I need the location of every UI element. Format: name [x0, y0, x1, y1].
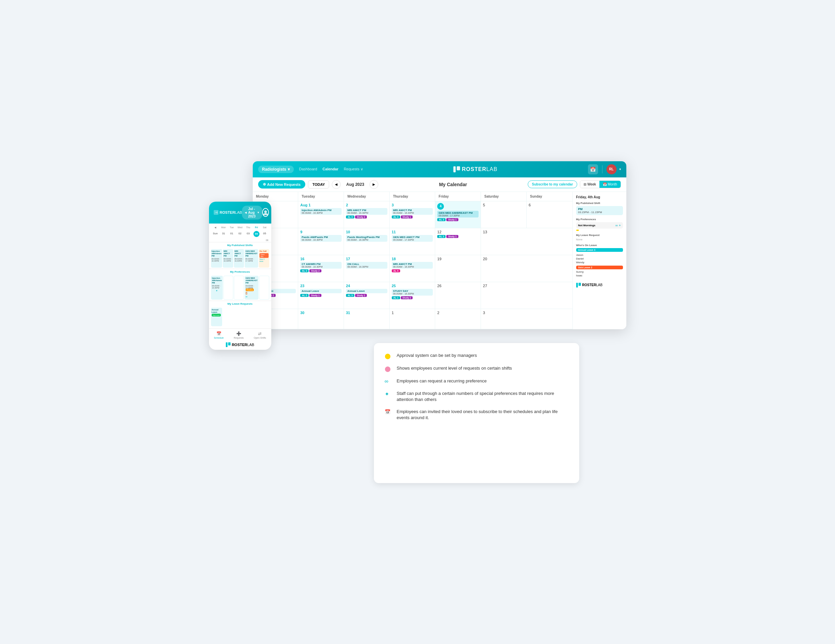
cell-aug3[interactable]: 3 MRI AM/CT PM 08.00AM - 16.30PM AL 3 St… [390, 201, 435, 228]
mobile-footer-requests[interactable]: ➕ Requests [234, 331, 244, 339]
cell-aug24[interactable]: 24 Annual Leave AL 3 Study 1 [344, 282, 390, 309]
shift-block: Annual Leave [346, 289, 387, 293]
mobile-leave-title: My Leave Requests [209, 301, 271, 307]
mobile-header: ⊣ ROSTERLAB ◀ Jul - Aug 2023 ▼ [209, 202, 271, 224]
mobile-pref-2 [224, 276, 233, 300]
mobile-pref-3 [234, 276, 244, 300]
mobile-week-dates: Sun 31 01 02 03 04 05 [209, 231, 271, 239]
mobile-month-nav[interactable]: ◀ Jul - Aug 2023 ▼ [242, 206, 262, 220]
cell-aug4-today[interactable]: 4 GEN MED AM/BREAST PM 09.00AM - 17.30PM… [435, 201, 481, 228]
tag-al3: AL 3 [300, 269, 309, 272]
prev-month-btn[interactable]: ◀ [332, 180, 341, 189]
view-more-link[interactable]: View 3 more [260, 258, 268, 262]
mobile-pref-1: Injection AM/Admin PM 08.00AM - 16.30PM … [211, 276, 223, 300]
shift-block: MRI AM/CT PM 08.00AM - 16.30PM [346, 208, 387, 215]
leave-none-value: None [576, 238, 623, 241]
calendar-title: My Calendar [381, 182, 525, 187]
infinity-icon[interactable]: ∞ [616, 224, 618, 227]
user-avatar-btn[interactable]: RL [606, 164, 617, 174]
open-slot-btn[interactable]: Open Slot [260, 253, 268, 258]
cell-sep3[interactable]: 3 [481, 309, 527, 329]
recurring-icon: ∞ [385, 378, 392, 384]
pending-badge: Pending [246, 288, 254, 291]
calendar-main: Monday Tuesday Wednesday Thursday Friday… [253, 192, 572, 329]
cell-aug16[interactable]: 16 CT AM/MRI PM 08.00AM - 16.30PM AL 3 S… [298, 255, 344, 282]
mobile-shift-2: MRI AM/CT PM 08.00AM - 16.30PM [223, 249, 233, 268]
whos-on-leave: Annual Leave 3 Jason Daniel Wendy Sick L… [576, 248, 623, 277]
cell-aug17[interactable]: 17 ON CALL 08.00AM - 16.30PM [344, 255, 390, 282]
mobile-prefs-grid: Injection AM/Admin PM 08.00AM - 16.30PM … [209, 275, 271, 301]
special-request-icon: ✦ [212, 289, 222, 292]
subscribe-button[interactable]: Subscribe to my calendar [528, 181, 578, 188]
shift-block: Injection AM/Admin PM 08.00AM - 16.30PM [300, 208, 341, 215]
mobile-leave-1: Annual Leave Approved [211, 308, 222, 326]
svg-point-3 [263, 213, 268, 215]
cell-aug12[interactable]: 12 AL 3 Study 1 [435, 228, 481, 255]
tag-study1: Study 1 [401, 215, 413, 218]
cal-week-2: 8 9 Paeds AM/Paeds PM 08.00AM - 16.30PM … [253, 228, 572, 255]
cell-aug19[interactable]: 19 [435, 255, 481, 282]
cell-aug25[interactable]: 25 STUDY DAY 08.00AM - 16.30PM AL 1 Stud… [390, 282, 435, 309]
mobile-footer: 📅 Schedule ➕ Requests ⇄ Open Shifts [209, 328, 271, 341]
week-view-btn[interactable]: ⊟ Week [580, 181, 599, 188]
mobile-avatar[interactable] [262, 208, 269, 217]
plus-icon[interactable]: + [619, 224, 621, 227]
svg-rect-7 [457, 166, 460, 170]
cell-aug30[interactable]: 30 [298, 309, 344, 329]
feature-4: ✦ Staff can put through a certain number… [385, 390, 569, 403]
mobile-footer-openshifts[interactable]: ⇄ Open Shifts [254, 331, 266, 339]
month-view-btn[interactable]: 📅 Month [599, 181, 621, 188]
nav-dashboard[interactable]: Dashboard [299, 167, 317, 171]
cell-aug11[interactable]: 11 GEN MED AM/CT PM 09.00AM - 17.30PM [390, 228, 435, 255]
cell-aug31[interactable]: 31 [344, 309, 390, 329]
shift-block: Paeds AM/Paeds PM 08.00AM - 16.30PM [300, 235, 341, 242]
week-icon: ⊟ [583, 182, 586, 186]
app-topbar-right: 📅 RL ▾ [588, 164, 621, 174]
annual-leave-badge: Annual Leave 3 [576, 248, 623, 252]
feature-2-text: Shows employees current level of request… [397, 365, 512, 371]
feature-4-text: Staff can put through a certain numbers … [397, 390, 569, 403]
cell-aug13[interactable]: 13 [481, 228, 527, 255]
cell-aug5[interactable]: 5 [481, 201, 527, 228]
cell-aug20[interactable]: 20 [481, 255, 527, 282]
mobile-shift-5: On Call Open Slot View 3 more [259, 249, 269, 268]
view-toggle: ⊟ Week 📅 Month [580, 181, 621, 188]
shift-block: STUDY DAY 08.00AM - 16.30PM [392, 289, 433, 296]
cal-week-3: 15 16 CT AM/MRI PM 08.00AM - 16.30PM AL … [253, 255, 572, 282]
cell-aug26[interactable]: 26 [435, 282, 481, 309]
calendar-icon-btn[interactable]: 📅 [588, 164, 598, 174]
nav-calendar[interactable]: Calendar [322, 167, 338, 171]
cell-aug23[interactable]: 23 Annual Leave AL 2 Study 1 [298, 282, 344, 309]
user-dropdown-arrow[interactable]: ▾ [619, 168, 621, 171]
mobile-published-shifts-title: My Published Shifts [209, 242, 271, 248]
yellow-indicator [576, 229, 579, 231]
app-topbar: Radiologists ▾ Dashboard Calendar Reques… [253, 161, 626, 177]
mobile-preferences-title: My Preferences [209, 268, 271, 275]
cal-header-row: Monday Tuesday Wednesday Thursday Friday… [253, 192, 572, 201]
department-selector[interactable]: Radiologists ▾ [258, 166, 294, 173]
mobile-footer-schedule[interactable]: 📅 Schedule [214, 331, 224, 339]
sidebar-bottom-logo: ROSTERLAB [576, 283, 623, 288]
mobile-leave-3 [235, 308, 246, 326]
mobile-extra-date: 06 [209, 239, 271, 242]
add-request-button[interactable]: ⊕ Add New Requests [258, 180, 305, 189]
nav-requests[interactable]: Requests ∨ [344, 167, 363, 171]
tag-study2: Study 2 [309, 269, 321, 272]
tag-al4: AL 4 [392, 269, 400, 272]
feature-1: ⬤ Approval system can be set by managers [385, 353, 569, 359]
cell-aug9[interactable]: 9 Paeds AM/Paeds PM 08.00AM - 16.30PM [298, 228, 344, 255]
next-month-btn[interactable]: ▶ [370, 180, 378, 189]
mobile-card: ⊣ ROSTERLAB ◀ Jul - Aug 2023 ▼ ◀ Mon Tue… [209, 202, 271, 350]
today-button[interactable]: TODAY [308, 181, 329, 189]
cell-sep2[interactable]: 2 [435, 309, 481, 329]
tag-al2: AL 2 [300, 294, 309, 297]
cell-sep1[interactable]: 1 [390, 309, 435, 329]
cell-aug2[interactable]: 2 MRI AM/CT PM 08.00AM - 16.30PM AL 3 St… [344, 201, 390, 228]
cell-aug1[interactable]: Aug 1 Injection AM/Admin PM 08.00AM - 16… [298, 201, 344, 228]
cell-aug6[interactable]: 6 [527, 201, 572, 228]
leave-person-daniel: Daniel [576, 257, 623, 260]
cell-aug10[interactable]: 10 Paeds Meeting/Paeds PM 08.00AM - 16.3… [344, 228, 390, 255]
cell-aug27[interactable]: 27 [481, 282, 527, 309]
cell-aug18[interactable]: 18 MRI AM/CT PM 08.00AM - 16.30PM AL 4 [390, 255, 435, 282]
tag-study1: Study 1 [309, 294, 321, 297]
